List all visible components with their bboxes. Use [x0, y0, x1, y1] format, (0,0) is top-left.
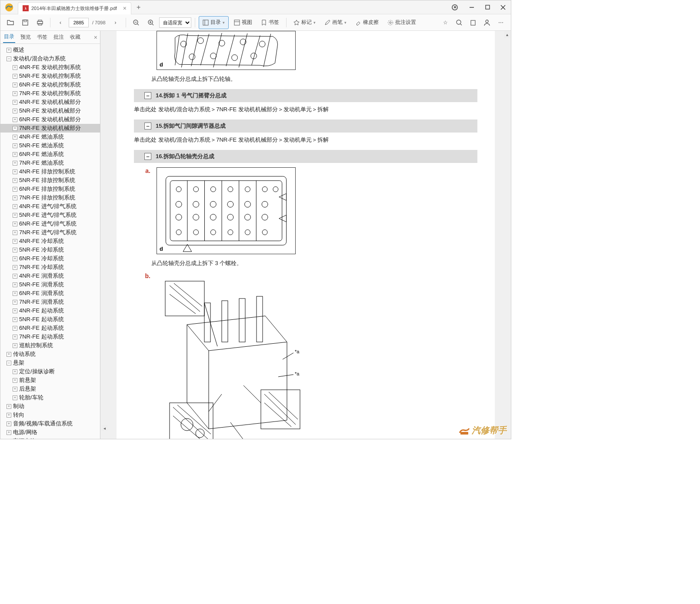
- tree-item[interactable]: +5NR-FE 燃油系统: [0, 141, 100, 150]
- expand-icon[interactable]: +: [13, 317, 17, 322]
- expand-icon[interactable]: +: [7, 404, 11, 409]
- tree-item[interactable]: +6NR-FE 排放控制系统: [0, 185, 100, 193]
- tree-item[interactable]: +定位/操纵诊断: [0, 367, 100, 376]
- expand-icon[interactable]: +: [13, 74, 17, 79]
- tree-item[interactable]: +轮胎/车轮: [0, 393, 100, 402]
- page-input[interactable]: [69, 18, 89, 27]
- expand-icon[interactable]: +: [13, 204, 17, 209]
- tree-item[interactable]: +6NR-FE 起动系统: [0, 324, 100, 332]
- print-button[interactable]: [33, 16, 47, 29]
- expand-icon[interactable]: +: [13, 65, 17, 70]
- tree-item[interactable]: −悬架: [0, 358, 100, 367]
- expand-icon[interactable]: +: [7, 421, 11, 426]
- search-button[interactable]: [453, 16, 466, 29]
- expand-icon[interactable]: +: [13, 213, 17, 218]
- user-button[interactable]: [480, 16, 493, 29]
- tree-item[interactable]: +6NR-FE 燃油系统: [0, 150, 100, 159]
- expand-icon[interactable]: +: [13, 291, 17, 296]
- tree-item[interactable]: +7NR-FE 润滑系统: [0, 298, 100, 306]
- tree-item[interactable]: +7NR-FE 发动机控制系统: [0, 89, 100, 98]
- tree-item[interactable]: +4NR-FE 发动机机械部分: [0, 98, 100, 106]
- content-viewport[interactable]: ▴ d: [100, 31, 511, 439]
- tab-close-button[interactable]: ×: [123, 5, 127, 12]
- next-page-button[interactable]: ›: [109, 16, 122, 29]
- sidebar-close-button[interactable]: ×: [94, 34, 97, 41]
- tree-item[interactable]: +5NR-FE 发动机控制系统: [0, 72, 100, 80]
- collapse-button[interactable]: −: [144, 123, 151, 129]
- tree-item[interactable]: +音频/视频/车载通信系统: [0, 419, 100, 428]
- collapse-button[interactable]: −: [144, 92, 151, 99]
- tree-item[interactable]: +4NR-FE 发动机控制系统: [0, 63, 100, 72]
- expand-icon[interactable]: +: [13, 335, 17, 339]
- tree-item[interactable]: +5NR-FE 进气/排气系统: [0, 211, 100, 219]
- prev-page-button[interactable]: ‹: [54, 16, 67, 29]
- expand-icon[interactable]: +: [13, 83, 17, 87]
- tree-item[interactable]: −发动机/混合动力系统: [0, 54, 100, 63]
- tree-item[interactable]: +7NR-FE 发动机机械部分: [0, 124, 100, 133]
- link-text[interactable]: 单击此处 发动机/混合动力系统＞7NR-FE 发动机机械部分＞发动机单元＞拆解: [134, 136, 477, 144]
- tree-item[interactable]: +6NR-FE 冷却系统: [0, 254, 100, 263]
- zoom-in-button[interactable]: [144, 16, 157, 29]
- expand-icon[interactable]: +: [7, 439, 11, 439]
- expand-icon[interactable]: +: [13, 265, 17, 270]
- scroll-up-button[interactable]: ▴: [504, 31, 510, 38]
- tree-item[interactable]: +6NR-FE 发动机控制系统: [0, 80, 100, 89]
- tree-item[interactable]: +7NR-FE 燃油系统: [0, 159, 100, 167]
- expand-icon[interactable]: +: [13, 135, 17, 139]
- expand-icon[interactable]: +: [7, 413, 11, 418]
- expand-icon[interactable]: +: [13, 143, 17, 148]
- tree-item[interactable]: +7NR-FE 排放控制系统: [0, 193, 100, 202]
- sidebar-tab-bookmark[interactable]: 书签: [36, 32, 48, 43]
- expand-icon[interactable]: +: [13, 378, 17, 383]
- tree-item[interactable]: +7NR-FE 冷却系统: [0, 263, 100, 272]
- expand-icon[interactable]: +: [13, 300, 17, 305]
- expand-icon[interactable]: +: [13, 126, 17, 131]
- minimize-button[interactable]: [464, 1, 480, 13]
- expand-icon[interactable]: +: [13, 248, 17, 252]
- expand-icon[interactable]: +: [13, 222, 17, 226]
- expand-icon[interactable]: +: [13, 309, 17, 313]
- link-text[interactable]: 单击此处 发动机/混合动力系统＞7NR-FE 发动机机械部分＞发动机单元＞拆解: [134, 106, 477, 113]
- expand-icon[interactable]: +: [13, 395, 17, 400]
- tree-item[interactable]: +前悬架: [0, 376, 100, 385]
- tree-item[interactable]: +制动: [0, 402, 100, 411]
- tree-item[interactable]: +5NR-FE 排放控制系统: [0, 176, 100, 185]
- expand-icon[interactable]: +: [13, 169, 17, 174]
- tree-item[interactable]: +5NR-FE 冷却系统: [0, 246, 100, 254]
- open-file-button[interactable]: [4, 16, 17, 29]
- tree-item[interactable]: +电源/网络: [0, 428, 100, 437]
- expand-icon[interactable]: +: [13, 326, 17, 331]
- expand-icon[interactable]: +: [13, 178, 17, 183]
- tree-item[interactable]: +5NR-FE 发动机机械部分: [0, 106, 100, 115]
- tree-item[interactable]: +6NR-FE 进气/排气系统: [0, 219, 100, 228]
- toc-tree[interactable]: +概述−发动机/混合动力系统+4NR-FE 发动机控制系统+5NR-FE 发动机…: [0, 44, 100, 439]
- expand-icon[interactable]: +: [13, 152, 17, 157]
- expand-icon[interactable]: +: [13, 282, 17, 287]
- expand-icon[interactable]: −: [7, 361, 11, 365]
- tree-item[interactable]: +5NR-FE 起动系统: [0, 315, 100, 324]
- tree-item[interactable]: +后悬架: [0, 385, 100, 393]
- tree-item[interactable]: +4NR-FE 冷却系统: [0, 237, 100, 246]
- expand-icon[interactable]: +: [7, 48, 11, 53]
- document-tab[interactable]: λ 2014年丰田威驰雅力士致炫维修手册.pdf ×: [18, 2, 131, 14]
- expand-icon[interactable]: +: [13, 161, 17, 166]
- tree-item[interactable]: +转向: [0, 411, 100, 419]
- record-button[interactable]: [448, 1, 464, 13]
- zoom-preset-select[interactable]: 自适应宽: [159, 17, 191, 28]
- star-button[interactable]: ☆: [439, 16, 452, 29]
- expand-icon[interactable]: +: [13, 256, 17, 261]
- tree-item[interactable]: +车辆内饰: [0, 437, 100, 439]
- tree-item[interactable]: +4NR-FE 燃油系统: [0, 133, 100, 141]
- view-button[interactable]: 视图: [230, 16, 256, 29]
- annot-settings-button[interactable]: 批注设置: [384, 16, 420, 29]
- clipboard-button[interactable]: [467, 16, 480, 29]
- expand-icon[interactable]: +: [13, 343, 17, 348]
- mark-button[interactable]: 标记 ▾: [290, 16, 319, 29]
- tree-item[interactable]: +6NR-FE 润滑系统: [0, 289, 100, 298]
- expand-icon[interactable]: +: [13, 274, 17, 279]
- tree-item[interactable]: +传动系统: [0, 350, 100, 358]
- maximize-button[interactable]: [480, 1, 495, 13]
- expand-icon[interactable]: +: [13, 100, 17, 105]
- tree-item[interactable]: +5NR-FE 润滑系统: [0, 280, 100, 289]
- tree-item[interactable]: +概述: [0, 46, 100, 54]
